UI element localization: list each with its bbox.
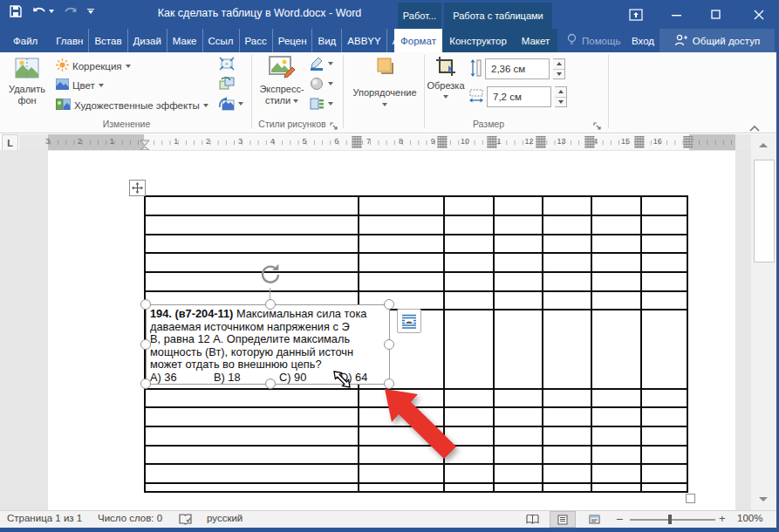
selection-handle[interactable] — [384, 299, 394, 310]
zoom-slider-thumb[interactable] — [668, 515, 672, 524]
artistic-effects-button[interactable]: Художественные эффекты — [56, 99, 208, 112]
size-dialog-launcher[interactable] — [593, 119, 603, 129]
picture-border-button[interactable] — [310, 57, 333, 71]
scroll-down-button[interactable] — [753, 491, 774, 508]
picture-effects-button[interactable] — [310, 77, 333, 91]
ruler-column-marker[interactable] — [635, 136, 645, 148]
tab-формат[interactable]: Формат — [394, 29, 442, 52]
selection-handle[interactable] — [265, 299, 276, 310]
tab-маке[interactable]: Маке — [167, 29, 202, 52]
zoom-out-button[interactable]: − — [616, 512, 623, 526]
ruler-number: 1 — [110, 137, 114, 146]
share-button[interactable]: Общий доступ — [659, 29, 775, 52]
close-button[interactable] — [743, 3, 775, 25]
tab-макет[interactable]: Макет — [514, 29, 557, 52]
arrange-button[interactable]: Упорядочение — [347, 55, 422, 106]
tab-acro[interactable]: ACRO — [386, 29, 394, 52]
table-row-border[interactable] — [146, 215, 687, 216]
print-layout-button[interactable] — [550, 511, 576, 528]
vertical-scrollbar[interactable] — [751, 134, 776, 510]
ruler-number: 7 — [366, 137, 371, 146]
picture-styles-dialog-launcher[interactable] — [330, 119, 339, 129]
scroll-up-button[interactable] — [753, 136, 774, 153]
picture-layout-button[interactable] — [310, 97, 333, 111]
table-row-border[interactable] — [146, 234, 687, 235]
selection-handle[interactable] — [140, 379, 151, 389]
tab-вид[interactable]: Вид — [311, 29, 341, 52]
tab-конструктор[interactable]: Конструктор — [442, 29, 514, 52]
scrollbar-thumb[interactable] — [754, 160, 775, 263]
selection-handle[interactable] — [140, 339, 151, 350]
adjust-group-label: Изменение — [52, 119, 201, 129]
title-bar: Как сделать таблицу в Word.docx - Word Р… — [0, 0, 779, 29]
save-icon[interactable] — [9, 4, 23, 18]
tab-stop-selector[interactable]: L — [2, 134, 18, 152]
zoom-level[interactable]: 100% — [737, 513, 762, 523]
tab-файл[interactable]: Файл — [5, 29, 45, 52]
sign-in-button[interactable]: Вход — [626, 29, 659, 52]
ruler-column-marker[interactable] — [684, 136, 694, 148]
undo-button[interactable] — [31, 4, 54, 18]
table-column-border[interactable] — [640, 197, 642, 491]
document-area[interactable]: 194. (в7-204-11) Максимальная сила токад… — [0, 150, 751, 510]
tab-дизай[interactable]: Дизай — [127, 29, 167, 52]
word-count[interactable]: Число слов: 0 — [98, 513, 162, 523]
selection-handle[interactable] — [265, 379, 276, 389]
table-row-border[interactable] — [146, 271, 687, 273]
web-layout-button[interactable] — [581, 511, 607, 528]
textbox-line: В, равна 12 А. Определите максималь — [150, 333, 389, 346]
read-mode-button[interactable] — [519, 511, 545, 528]
tab-главн[interactable]: Главн — [51, 29, 88, 52]
zoom-slider-track[interactable] — [630, 519, 715, 521]
ruler-column-marker[interactable] — [438, 136, 448, 148]
compress-picture-button[interactable] — [219, 57, 235, 74]
page-indicator[interactable]: Страница 1 из 1 — [7, 513, 82, 523]
color-button[interactable]: Цвет — [56, 78, 104, 92]
minimize-button[interactable] — [663, 3, 691, 25]
height-icon — [469, 59, 482, 78]
ribbon-display-options-button[interactable] — [622, 3, 650, 25]
ruler-column-marker[interactable] — [536, 136, 546, 148]
left-indent-marker[interactable] — [140, 142, 150, 150]
table-column-border[interactable] — [493, 197, 495, 491]
horizontal-ruler[interactable]: 3211234567891011121314151617 — [19, 134, 751, 150]
crop-button[interactable]: Обрезка — [426, 55, 466, 99]
quick-access-toolbar — [9, 4, 94, 18]
height-spinner[interactable] — [553, 58, 565, 79]
ruler-column-marker[interactable] — [488, 136, 497, 148]
height-input[interactable]: 2,36 см — [485, 58, 550, 79]
tab-расс[interactable]: Расс — [239, 29, 272, 52]
quick-styles-button[interactable]: Экспресс- стили — [258, 55, 305, 106]
selection-handle[interactable] — [384, 339, 394, 350]
proofing-icon[interactable] — [179, 514, 192, 527]
selection-handle[interactable] — [140, 299, 151, 310]
table-move-handle[interactable] — [129, 180, 146, 196]
layout-options-button[interactable] — [397, 309, 421, 333]
tab-рецен[interactable]: Рецен — [272, 29, 312, 52]
table-column-border[interactable] — [542, 197, 543, 491]
tab-abbyy[interactable]: ABBYY — [341, 29, 386, 52]
color-picture-icon — [56, 78, 69, 92]
ruler-number: 12 — [525, 137, 534, 146]
maximize-button[interactable] — [702, 3, 730, 25]
table-resize-handle[interactable] — [686, 494, 695, 503]
table-column-border[interactable] — [591, 197, 592, 491]
width-input[interactable]: 7,2 см — [487, 86, 551, 107]
table-row-border[interactable] — [146, 252, 687, 254]
corrections-button[interactable]: Коррекция — [56, 58, 131, 73]
rotation-handle[interactable] — [257, 263, 284, 292]
language-indicator[interactable]: русский — [207, 513, 243, 523]
remove-background-button[interactable]: Удалить фон — [3, 55, 51, 106]
customize-qat-icon[interactable] — [87, 9, 94, 15]
tab-ссыл[interactable]: Ссыл — [202, 29, 239, 52]
ruler-column-marker[interactable] — [352, 136, 362, 148]
change-picture-button[interactable] — [219, 77, 235, 94]
reset-picture-button[interactable] — [219, 97, 243, 111]
tab-встав[interactable]: Встав — [88, 29, 126, 52]
zoom-in-button[interactable]: + — [719, 512, 726, 525]
tell-me-help[interactable]: Помощь — [559, 29, 627, 52]
help-label: Помощь — [582, 36, 620, 46]
ruler-column-marker[interactable] — [585, 136, 595, 148]
width-spinner[interactable] — [555, 86, 567, 107]
table-row-border[interactable] — [146, 290, 687, 292]
